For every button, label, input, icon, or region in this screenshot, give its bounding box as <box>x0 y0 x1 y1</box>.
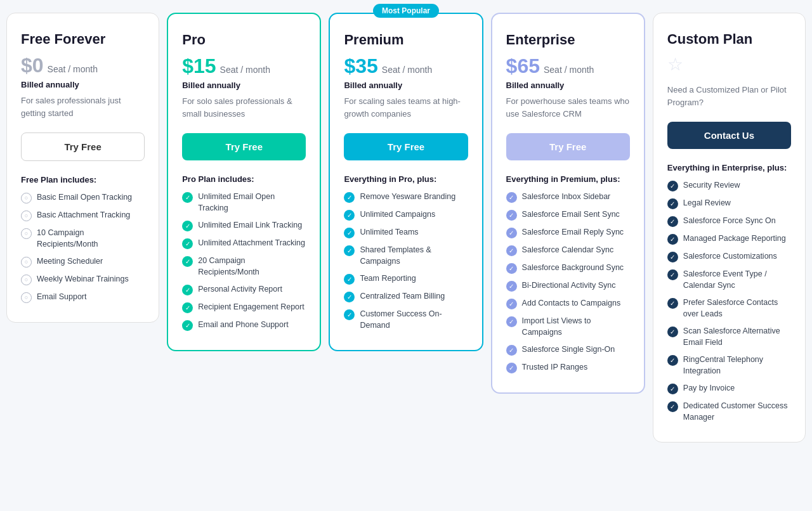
most-popular-badge: Most Popular <box>373 4 439 18</box>
feature-icon: ✓ <box>182 221 193 231</box>
feature-icon: ○ <box>21 275 32 285</box>
feature-icon: ✓ <box>506 192 517 203</box>
feature-icon: ✓ <box>506 228 517 238</box>
feature-text: Unlimited Campaigns <box>360 209 435 221</box>
feature-icon: ✓ <box>667 198 678 209</box>
plan-price-enterprise: $65 <box>506 55 540 78</box>
cta-button-free[interactable]: Try Free <box>21 133 145 161</box>
feature-text: Email and Phone Support <box>198 320 288 331</box>
feature-item: ✓ Pay by Invoice <box>667 383 791 394</box>
features-title-free: Free Plan includes: <box>21 175 145 184</box>
features-title-enterprise: Everything in Premium, plus: <box>506 174 630 184</box>
feature-text: Email Support <box>37 292 87 303</box>
feature-item: ✓ Add Contacts to Campaigns <box>506 298 630 309</box>
feature-icon: ✓ <box>182 302 193 313</box>
feature-icon: ✓ <box>506 316 517 327</box>
plan-card-custom: Custom Plan☆Need a Customized Plan or Pi… <box>653 13 806 443</box>
plan-desc-pro: For solo sales professionals & small bus… <box>182 95 306 120</box>
feature-icon: ✓ <box>667 234 678 245</box>
feature-icon: ○ <box>21 257 32 268</box>
feature-icon: ✓ <box>506 281 517 292</box>
plan-card-premium: Most PopularPremium $35 Seat / month Bil… <box>329 13 483 351</box>
feature-text: Shared Templates & Campaigns <box>360 245 468 267</box>
plan-price-unit-enterprise: Seat / month <box>544 65 594 75</box>
feature-text: Salesforce Background Sync <box>522 262 624 274</box>
features-title-pro: Pro Plan includes: <box>182 174 306 184</box>
plan-name-enterprise: Enterprise <box>506 32 630 48</box>
feature-item: ✓ Unlimited Attachment Tracking <box>182 238 306 249</box>
feature-item: ✓ Salesforce Inbox Sidebar <box>506 191 630 203</box>
cta-button-custom[interactable]: Contact Us <box>667 122 791 149</box>
feature-icon: ✓ <box>506 363 517 373</box>
feature-text: Legal Review <box>683 198 731 209</box>
feature-icon: ✓ <box>667 401 678 412</box>
star-icon: ☆ <box>667 54 791 75</box>
feature-icon: ✓ <box>506 345 517 356</box>
feature-text: Customer Success On-Demand <box>360 309 468 331</box>
feature-text: Trusted IP Ranges <box>522 362 588 373</box>
feature-item: ✓ Salesforce Single Sign-On <box>506 344 630 356</box>
feature-item: ✓ Unlimited Campaigns <box>344 209 468 221</box>
feature-icon: ✓ <box>344 228 355 238</box>
feature-item: ✓ Unlimited Email Link Tracking <box>182 220 306 231</box>
cta-button-premium[interactable]: Try Free <box>344 133 468 160</box>
feature-icon: ✓ <box>506 210 517 221</box>
feature-text: Recipient Engagement Report <box>198 302 304 313</box>
plan-name-pro: Pro <box>182 32 306 48</box>
plan-price-unit-free: Seat / month <box>48 64 98 74</box>
feature-icon: ✓ <box>182 256 193 267</box>
feature-text: Unlimited Email Open Tracking <box>198 191 306 214</box>
pricing-container: Free Forever $0 Seat / month Billed annu… <box>6 13 806 443</box>
feature-text: Team Reporting <box>360 273 416 285</box>
feature-list-free: ○ Basic Email Open Tracking ○ Basic Atta… <box>21 192 145 303</box>
plan-desc-enterprise: For powerhouse sales teams who use Sales… <box>506 95 630 120</box>
feature-text: Unlimited Teams <box>360 227 418 238</box>
plan-billing-enterprise: Billed annually <box>506 81 630 90</box>
feature-item: ✓ Salesforce Background Sync <box>506 262 630 274</box>
feature-text: Pay by Invoice <box>683 383 735 394</box>
plan-billing-premium: Billed annually <box>344 81 468 90</box>
feature-item: ✓ Personal Activity Report <box>182 284 306 295</box>
feature-icon: ✓ <box>667 384 678 394</box>
feature-icon: ✓ <box>667 252 678 262</box>
feature-text: 20 Campaign Recipients/Month <box>198 256 306 278</box>
feature-icon: ✓ <box>506 299 517 309</box>
feature-item: ✓ Legal Review <box>667 198 791 209</box>
feature-item: ✓ Shared Templates & Campaigns <box>344 245 468 267</box>
feature-text: Salesforce Email Reply Sync <box>522 227 624 238</box>
plan-desc-premium: For scaling sales teams at high-growth c… <box>344 95 468 120</box>
feature-item: ✓ Scan Salesforce Alternative Email Fiel… <box>667 326 791 348</box>
feature-text: Managed Package Reporting <box>683 233 786 245</box>
feature-list-pro: ✓ Unlimited Email Open Tracking ✓ Unlimi… <box>182 191 306 331</box>
plan-name-custom: Custom Plan <box>667 31 791 48</box>
feature-text: Salesforce Event Type / Calendar Sync <box>683 269 791 291</box>
feature-icon: ✓ <box>344 192 355 203</box>
plan-name-free: Free Forever <box>21 31 145 48</box>
plan-card-free: Free Forever $0 Seat / month Billed annu… <box>6 13 159 323</box>
features-title-custom: Everything in Enterprise, plus: <box>667 163 791 172</box>
plan-name-premium: Premium <box>344 32 468 48</box>
cta-button-pro[interactable]: Try Free <box>182 133 306 160</box>
plan-desc-custom: Need a Customized Plan or Pilot Program? <box>667 84 791 109</box>
cta-button-enterprise[interactable]: Try Free <box>506 133 630 160</box>
feature-item: ✓ Salesforce Event Type / Calendar Sync <box>667 269 791 291</box>
feature-text: Prefer Salesforce Contacts over Leads <box>683 297 791 320</box>
feature-text: Salesforce Calendar Sync <box>522 245 614 256</box>
feature-icon: ✓ <box>667 298 678 309</box>
feature-text: Salesforce Email Sent Sync <box>522 209 620 221</box>
feature-item: ○ Email Support <box>21 292 145 303</box>
feature-icon: ✓ <box>506 263 517 274</box>
feature-text: Salesforce Inbox Sidebar <box>522 191 611 203</box>
feature-item: ✓ Email and Phone Support <box>182 320 306 331</box>
feature-item: ✓ Salesforce Calendar Sync <box>506 245 630 256</box>
feature-text: Dedicated Customer Success Manager <box>683 401 791 423</box>
plan-price-pro: $15 <box>182 55 216 78</box>
plan-price-free: $0 <box>21 54 44 77</box>
plan-price-row-pro: $15 Seat / month <box>182 55 306 78</box>
feature-icon: ✓ <box>667 181 678 191</box>
feature-icon: ○ <box>21 228 32 239</box>
feature-text: Salesforce Customizations <box>683 251 777 262</box>
feature-icon: ✓ <box>506 245 517 256</box>
plan-card-enterprise: Enterprise $65 Seat / month Billed annua… <box>491 13 645 394</box>
plan-price-unit-premium: Seat / month <box>382 65 432 75</box>
